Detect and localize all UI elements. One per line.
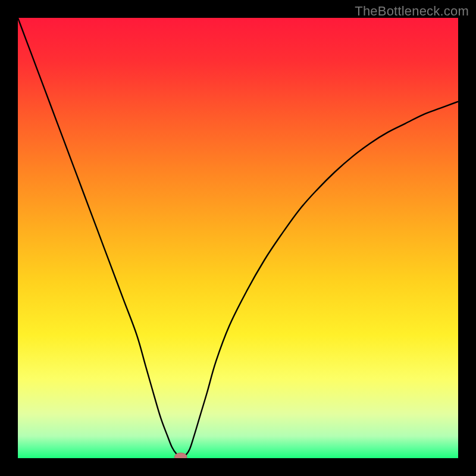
optimal-point-marker bbox=[174, 453, 187, 458]
plot-area bbox=[18, 18, 458, 458]
chart-frame: TheBottleneck.com bbox=[0, 0, 476, 476]
chart-svg bbox=[18, 18, 458, 458]
watermark-text: TheBottleneck.com bbox=[355, 4, 469, 19]
gradient-background bbox=[18, 18, 458, 458]
